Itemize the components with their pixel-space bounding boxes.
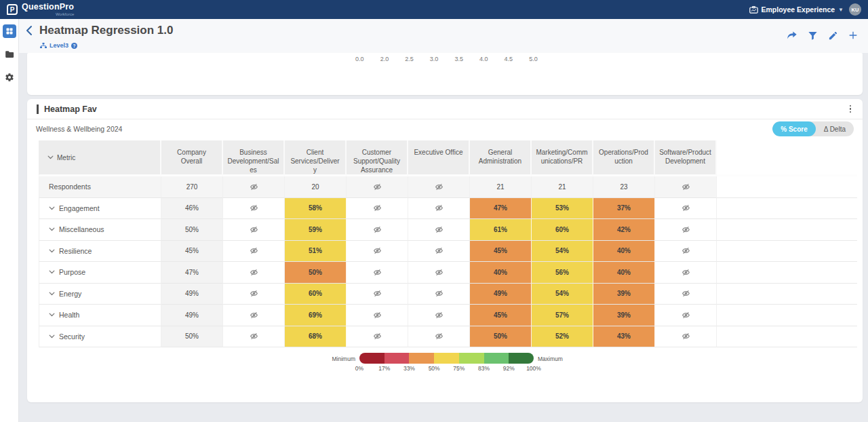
eye-off-icon bbox=[250, 289, 258, 298]
filter-button[interactable] bbox=[807, 30, 818, 41]
regression-chart-card: 0.02.02.53.03.54.04.55.0 bbox=[27, 53, 863, 95]
heatmap-cell: 47% bbox=[161, 262, 223, 284]
column-header-label: Marketing/Communications/PR bbox=[536, 148, 588, 166]
legend-color-segment bbox=[384, 353, 410, 364]
edit-button[interactable] bbox=[827, 30, 838, 41]
eye-off-icon bbox=[682, 289, 690, 298]
heatmap-cell: 68% bbox=[285, 326, 347, 348]
heatmap-cell: 43% bbox=[593, 326, 655, 348]
eye-off-icon bbox=[373, 204, 382, 212]
metric-row-label[interactable]: Security bbox=[39, 326, 161, 348]
heatmap-cell: 45% bbox=[470, 241, 532, 263]
back-button[interactable] bbox=[26, 25, 33, 36]
heatmap-cell-hidden bbox=[223, 176, 285, 198]
eye-off-icon bbox=[250, 332, 258, 341]
metric-label: Security bbox=[59, 332, 85, 341]
user-avatar[interactable]: KU bbox=[849, 3, 861, 16]
eye-off-icon bbox=[373, 311, 382, 320]
eye-off-icon bbox=[250, 183, 258, 191]
legend-tick-label: 50% bbox=[429, 365, 440, 372]
questionpro-logo: P QuestionPro Workforce bbox=[7, 3, 74, 16]
eye-off-icon bbox=[435, 311, 443, 320]
eye-off-icon bbox=[250, 204, 258, 212]
metric-row-label[interactable]: Miscellaneous bbox=[39, 219, 161, 241]
metric-row-label[interactable]: Engagement bbox=[39, 198, 161, 220]
heatmap-cell-hidden bbox=[223, 241, 285, 263]
eye-off-icon bbox=[435, 225, 443, 234]
legend-minimum-label: Minimum bbox=[27, 356, 355, 362]
heatmap-cell-hidden bbox=[347, 305, 408, 326]
heatmap-cell: 54% bbox=[532, 241, 593, 263]
heatmap-cell: 45% bbox=[470, 305, 532, 326]
panel-menu-button[interactable] bbox=[848, 103, 854, 115]
column-header: Company Overall bbox=[161, 140, 223, 176]
heatmap-cell: 50% bbox=[285, 262, 347, 284]
heatmap-cell: 39% bbox=[593, 284, 655, 305]
gear-icon bbox=[5, 73, 14, 82]
eye-off-icon bbox=[682, 332, 690, 341]
heatmap-cell: 50% bbox=[470, 326, 532, 348]
heatmap-cell: 42% bbox=[593, 219, 655, 241]
add-button[interactable] bbox=[848, 30, 859, 41]
metric-row-label[interactable]: Health bbox=[39, 305, 161, 326]
chevron-down-icon bbox=[49, 227, 55, 231]
eye-off-icon bbox=[250, 246, 258, 255]
column-header: Marketing/Communications/PR bbox=[532, 140, 593, 176]
heatmap-cell: 50% bbox=[161, 219, 223, 241]
score-toggle-button[interactable]: % Score bbox=[772, 121, 815, 136]
workspace-selector[interactable]: Employee Experience ▼ bbox=[749, 5, 844, 14]
column-header: Customer Support/Quality Assurance bbox=[347, 140, 408, 176]
heatmap-cell-hidden bbox=[347, 241, 408, 263]
heatmap-cell: 58% bbox=[285, 198, 347, 220]
metric-label: Health bbox=[59, 311, 79, 319]
axis-tick-label: 4.5 bbox=[496, 56, 521, 62]
legend-tick-label: 17% bbox=[378, 365, 390, 372]
header-filler bbox=[717, 140, 857, 176]
metric-row-label[interactable]: Purpose bbox=[39, 262, 161, 284]
legend-gradient-bar bbox=[359, 353, 534, 364]
column-header: Client Services/Delivery bbox=[285, 140, 347, 176]
heatmap-cell: 50% bbox=[161, 326, 223, 348]
dashboard-grid-icon bbox=[5, 27, 14, 35]
share-button[interactable] bbox=[787, 30, 797, 41]
page-header: Heatmap Regression 1.0 Level3 ? bbox=[19, 19, 868, 53]
level-badge[interactable]: Level3 bbox=[50, 42, 68, 49]
heatmap-cell: 49% bbox=[161, 305, 223, 326]
legend-color-segment bbox=[484, 353, 509, 364]
delta-toggle-button[interactable]: Δ Delta bbox=[816, 121, 854, 136]
eye-off-icon bbox=[435, 246, 443, 255]
eye-off-icon bbox=[373, 268, 382, 277]
eye-off-icon bbox=[373, 332, 382, 341]
legend-tick-label: 100% bbox=[526, 365, 541, 372]
sidebar-item-settings[interactable] bbox=[3, 71, 16, 84]
heatmap-cell: 56% bbox=[532, 262, 593, 284]
row-filler bbox=[717, 326, 857, 348]
help-icon[interactable]: ? bbox=[71, 43, 77, 49]
heatmap-cell: 39% bbox=[593, 305, 655, 326]
heatmap-cell-hidden bbox=[347, 284, 408, 305]
sidebar-item-folders[interactable] bbox=[3, 47, 16, 61]
metric-row-label: Respondents bbox=[39, 176, 161, 198]
heatmap-cell: 49% bbox=[470, 284, 532, 305]
heatmap-cell: 60% bbox=[285, 284, 347, 305]
heatmap-cell-hidden bbox=[408, 176, 470, 198]
heatmap-cell: 60% bbox=[532, 219, 593, 241]
row-filler bbox=[717, 284, 857, 305]
score-delta-toggle: % Score Δ Delta bbox=[772, 121, 854, 136]
legend-color-segment bbox=[359, 353, 384, 364]
eye-off-icon bbox=[373, 246, 382, 255]
eye-off-icon bbox=[435, 268, 443, 277]
heatmap-cell: 57% bbox=[532, 305, 593, 326]
panel-title: Heatmap Fav bbox=[37, 104, 97, 114]
column-header-metric[interactable]: Metric bbox=[39, 140, 161, 176]
legend-color-segment bbox=[459, 353, 484, 364]
metric-row-label[interactable]: Energy bbox=[39, 284, 161, 305]
heatmap-cell: 270 bbox=[161, 176, 223, 198]
metric-row-label[interactable]: Resilience bbox=[39, 241, 161, 263]
metric-label: Respondents bbox=[49, 183, 91, 191]
eye-off-icon bbox=[250, 311, 258, 320]
heatmap-cell: 53% bbox=[532, 198, 593, 220]
sidebar-item-dashboards[interactable] bbox=[3, 24, 16, 38]
heatmap-cell-hidden bbox=[655, 262, 717, 284]
heatmap-cell: 51% bbox=[285, 241, 347, 263]
